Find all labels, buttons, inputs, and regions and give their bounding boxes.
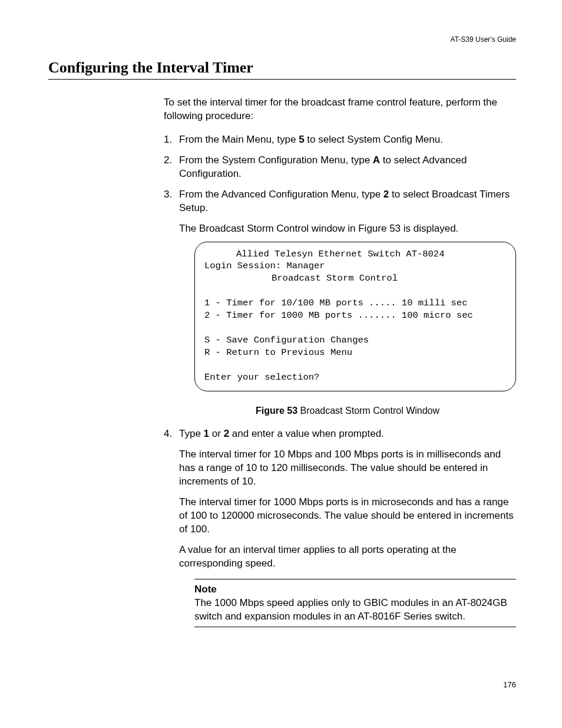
step-text: or — [209, 428, 224, 439]
step-4: 4. Type 1 or 2 and enter a value when pr… — [164, 427, 516, 627]
terminal-window: Allied Telesyn Ethernet Switch AT-8024Lo… — [194, 242, 516, 391]
step-number: 3. — [164, 188, 172, 202]
page-number: 176 — [48, 680, 516, 689]
terminal-line: 1 - Timer for 10/100 MB ports ..... 10 m… — [204, 297, 506, 309]
body-column: To set the interval timer for the broadc… — [164, 96, 516, 627]
step-1: 1. From the Main Menu, type 5 to select … — [164, 133, 516, 147]
figure-label: Figure 53 — [256, 406, 297, 416]
step-number: 2. — [164, 154, 172, 167]
intro-paragraph: To set the interval timer for the broadc… — [164, 96, 516, 123]
figure-caption-text: Broadcast Storm Control Window — [297, 406, 439, 416]
step-key: 2 — [224, 428, 229, 439]
terminal-line: Login Session: Manager — [204, 260, 506, 272]
step-text: From the Main Menu, type — [179, 134, 299, 145]
step-paragraph: The interval timer for 10 Mbps and 100 M… — [179, 448, 516, 489]
page: AT-S39 User's Guide Configuring the Inte… — [0, 0, 562, 713]
step-paragraph: A value for an interval timer applies to… — [179, 543, 516, 571]
terminal-line: S - Save Configuration Changes — [204, 334, 506, 347]
step-paragraph: The interval timer for 1000 Mbps ports i… — [179, 496, 516, 536]
figure-caption: Figure 53 Broadcast Storm Control Window — [179, 404, 516, 417]
note-label: Note — [194, 583, 516, 597]
step-number: 1. — [164, 133, 172, 147]
terminal-line: Allied Telesyn Ethernet Switch AT-8024 — [204, 248, 506, 261]
step-3: 3. From the Advanced Configuration Menu,… — [164, 188, 516, 417]
step-text: From the Advanced Configuration Menu, ty… — [179, 189, 384, 200]
step-key: 5 — [299, 134, 304, 145]
terminal-line: Enter your selection? — [204, 371, 506, 384]
section-heading: Configuring the Interval Timer — [48, 59, 516, 80]
step-key: 2 — [384, 189, 389, 200]
step-key: 1 — [204, 428, 209, 439]
note-text: The 1000 Mbps speed applies only to GBIC… — [194, 597, 516, 624]
doc-header: AT-S39 User's Guide — [48, 35, 516, 44]
step-text: to select System Config Menu. — [305, 134, 443, 145]
terminal-line: R - Return to Previous Menu — [204, 347, 506, 359]
step-number: 4. — [164, 427, 172, 441]
procedure-list: 1. From the Main Menu, type 5 to select … — [164, 133, 516, 628]
terminal-line: Broadcast Storm Control — [204, 272, 506, 285]
terminal-line: 2 - Timer for 1000 MB ports ....... 100 … — [204, 309, 506, 322]
step-subtext: The Broadcast Storm Control window in Fi… — [179, 222, 516, 236]
step-2: 2. From the System Configuration Menu, t… — [164, 154, 516, 181]
step-text: and enter a value when prompted. — [229, 428, 384, 439]
step-key: A — [373, 154, 380, 166]
step-text: From the System Configuration Menu, type — [179, 154, 373, 166]
step-text: Type — [179, 428, 204, 439]
note-block: Note The 1000 Mbps speed applies only to… — [194, 579, 516, 628]
